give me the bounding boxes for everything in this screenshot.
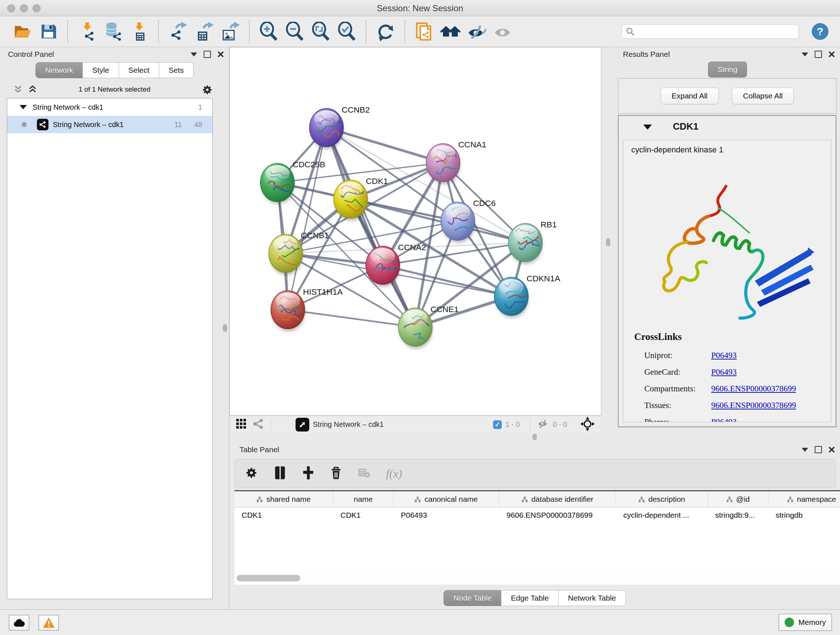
crosslink-link[interactable]: P06493	[711, 367, 737, 377]
expand-all-button[interactable]: Expand All	[660, 88, 719, 104]
crosshair-icon[interactable]	[580, 417, 595, 432]
export-image-icon[interactable]	[220, 21, 240, 42]
network-share-icon[interactable]	[253, 418, 264, 431]
vertical-splitter[interactable]	[601, 47, 615, 433]
string-network-graph[interactable]: CCNB2CCNA1CDC25BCDK1CDC6RB1CCNB1CCNA2CDK…	[230, 48, 601, 415]
column-header-description[interactable]: description	[616, 491, 708, 507]
export-table-icon[interactable]	[194, 21, 214, 42]
close-panel-icon[interactable]	[829, 447, 835, 453]
table-cell[interactable]: CDK1	[333, 508, 393, 523]
tab-string[interactable]: String	[708, 62, 747, 78]
import-network-file-icon[interactable]	[77, 21, 97, 42]
crosslink-link[interactable]: P06493	[711, 351, 737, 360]
protein-structure-image	[641, 176, 814, 325]
bottom-splitter-handle[interactable]	[532, 434, 537, 440]
close-panel-icon[interactable]	[829, 51, 835, 57]
tab-sets[interactable]: Sets	[159, 62, 194, 78]
table-cell[interactable]: 9606.ENSP00000378699	[499, 508, 616, 523]
table-cell[interactable]: stringdb:9...	[708, 508, 768, 523]
edge-CCNB2-CCNA1[interactable]	[326, 128, 443, 163]
column-header-namespace[interactable]: namespace	[768, 491, 840, 507]
search-input[interactable]	[622, 24, 799, 39]
panel-menu-icon[interactable]	[191, 52, 197, 57]
tab-edge-table[interactable]: Edge Table	[501, 590, 559, 606]
network-options-gear-icon[interactable]	[202, 84, 213, 97]
column-header-database-identifier[interactable]: database identifier	[499, 491, 616, 507]
network-row-selected[interactable]: String Network – cdk1 11 48	[7, 116, 212, 133]
houses-icon[interactable]	[440, 21, 461, 42]
network-collection-row[interactable]: String Network – cdk1 1	[7, 98, 212, 116]
tab-node-table[interactable]: Node Table	[444, 590, 501, 606]
title-bar: Session: New Session	[0, 0, 840, 16]
table-row[interactable]: CDK1CDK1P064939606.ENSP00000378699cyclin…	[234, 508, 840, 523]
tab-network-table[interactable]: Network Table	[558, 590, 626, 606]
selected-nodes-checkbox[interactable]: ✓	[493, 420, 502, 429]
duplicate-network-icon[interactable]	[414, 21, 434, 42]
open-session-icon[interactable]	[12, 21, 33, 42]
tab-style[interactable]: Style	[82, 62, 119, 78]
detach-view-button[interactable]	[295, 418, 309, 432]
network-node-CCNB2[interactable]	[309, 109, 349, 149]
refresh-icon[interactable]	[376, 21, 396, 42]
show-columns-icon[interactable]	[274, 466, 286, 481]
edge-HIST1H1A-CCNE1[interactable]	[288, 310, 415, 327]
memory-button[interactable]: Memory	[778, 614, 832, 631]
network-canvas[interactable]: CCNB2CCNA1CDC25BCDK1CDC6RB1CCNB1CCNA2CDK…	[229, 47, 601, 416]
edge-CCNB2-CCNE1[interactable]	[326, 128, 415, 327]
hidden-eye-icon[interactable]	[537, 419, 549, 430]
zoom-selected-icon[interactable]	[337, 21, 357, 42]
table-settings-gear-icon[interactable]	[245, 466, 258, 481]
collection-expand-icon[interactable]	[19, 105, 27, 109]
table-cell[interactable]: stringdb	[768, 508, 840, 523]
column-header--id[interactable]: @id	[708, 491, 768, 507]
horizontal-splitter[interactable]	[229, 433, 840, 442]
results-panel-title: Results Panel	[623, 50, 670, 59]
collapse-all-button[interactable]: Collapse All	[732, 88, 794, 104]
section-collapse-icon[interactable]	[643, 125, 652, 130]
cloud-status-button[interactable]	[9, 615, 29, 631]
tab-select[interactable]: Select	[118, 62, 159, 78]
help-button[interactable]: ?	[812, 23, 829, 40]
import-network-database-icon[interactable]	[103, 21, 123, 42]
crosslink-link[interactable]: P06493	[711, 417, 737, 422]
scrollbar-thumb[interactable]	[237, 575, 300, 581]
edge-CCNB2-HIST1H1A[interactable]	[288, 128, 327, 310]
network-node-HIST1H1A[interactable]	[271, 291, 306, 332]
table-horizontal-scrollbar[interactable]	[234, 573, 840, 583]
hide-selected-eye-icon[interactable]	[466, 21, 486, 42]
network-node-CCNA2[interactable]	[366, 246, 404, 287]
right-splitter-handle[interactable]	[606, 238, 610, 246]
column-header-name[interactable]: name	[333, 491, 393, 507]
network-node-CDKN1A[interactable]	[494, 277, 537, 318]
column-header-shared-name[interactable]: shared name	[234, 491, 333, 507]
gene-section-header[interactable]: CDK1	[619, 116, 836, 138]
crosslink-link[interactable]: 9606.ENSP00000378699	[711, 384, 796, 394]
zoom-out-icon[interactable]	[285, 21, 305, 42]
panel-menu-icon[interactable]	[802, 448, 808, 452]
save-session-icon[interactable]	[38, 21, 58, 42]
warning-status-button[interactable]	[38, 615, 59, 631]
zoom-fit-icon[interactable]	[311, 21, 331, 42]
left-splitter-handle[interactable]	[223, 324, 227, 332]
grid-view-icon[interactable]	[236, 418, 247, 431]
table-cell[interactable]: CDK1	[234, 508, 333, 523]
network-node-CCNE1[interactable]	[398, 308, 435, 349]
add-column-icon[interactable]	[302, 466, 314, 481]
float-panel-icon[interactable]	[815, 446, 822, 453]
export-network-icon[interactable]	[168, 21, 188, 42]
table-cell[interactable]: cyclin-dependent ...	[616, 508, 708, 523]
delete-column-trash-icon[interactable]	[330, 466, 342, 481]
table-cell[interactable]: P06493	[393, 508, 499, 523]
show-all-eye-icon	[493, 21, 513, 42]
network-node-RB1[interactable]	[508, 223, 546, 264]
float-panel-icon[interactable]	[204, 51, 211, 58]
panel-menu-icon[interactable]	[802, 52, 808, 57]
crosslink-link[interactable]: 9606.ENSP00000378699	[711, 401, 796, 410]
tab-network[interactable]: Network	[35, 62, 83, 78]
float-panel-icon[interactable]	[815, 51, 822, 58]
close-panel-icon[interactable]	[218, 51, 224, 57]
network-node-CDC6[interactable]	[441, 202, 478, 243]
import-table-file-icon[interactable]	[129, 21, 149, 42]
column-header-canonical-name[interactable]: canonical name	[393, 491, 499, 507]
zoom-in-icon[interactable]	[259, 21, 279, 42]
